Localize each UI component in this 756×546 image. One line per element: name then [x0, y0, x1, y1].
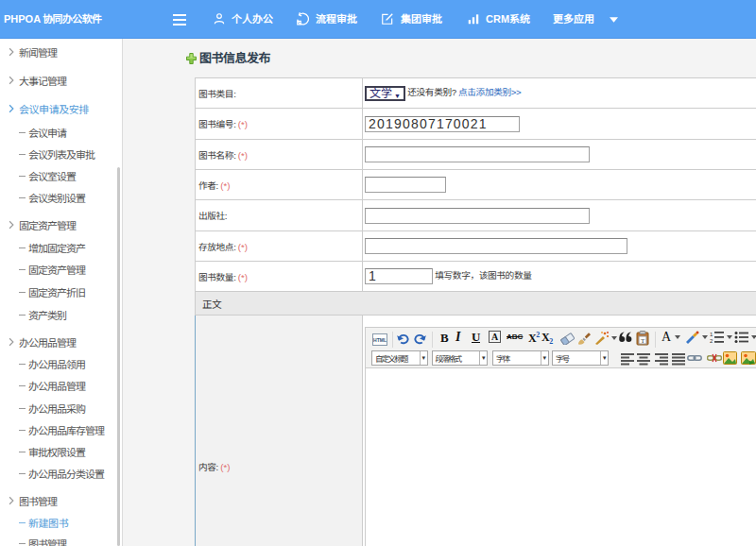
svg-text:1: 1 [710, 332, 713, 337]
svg-text:2: 2 [710, 338, 713, 344]
